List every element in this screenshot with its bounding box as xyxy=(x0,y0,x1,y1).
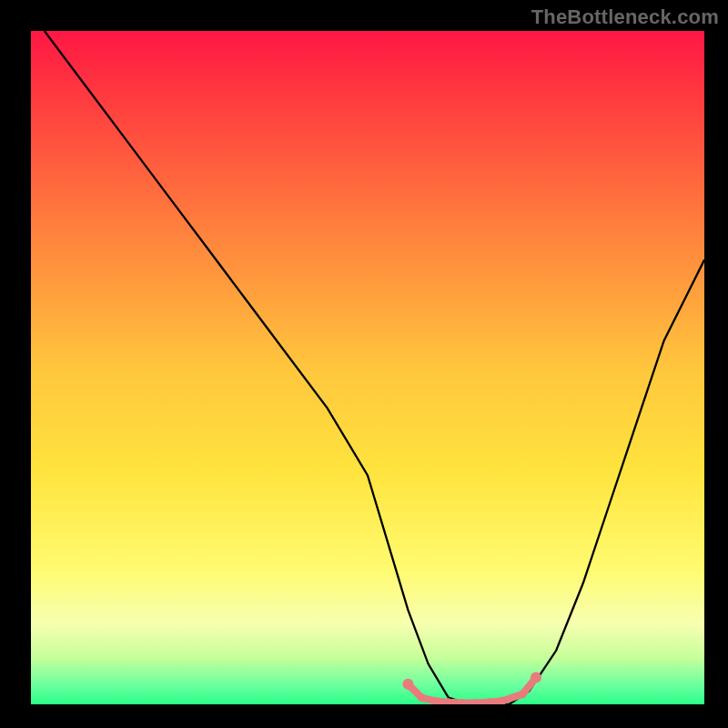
chart-frame: TheBottleneck.com xyxy=(0,0,728,728)
svg-point-1 xyxy=(418,693,426,702)
plot-area xyxy=(31,31,704,704)
svg-point-0 xyxy=(402,679,413,690)
gradient-background xyxy=(31,31,704,704)
chart-svg xyxy=(31,31,704,704)
svg-point-8 xyxy=(519,690,527,698)
watermark-label: TheBottleneck.com xyxy=(531,5,719,29)
svg-point-9 xyxy=(531,672,541,682)
